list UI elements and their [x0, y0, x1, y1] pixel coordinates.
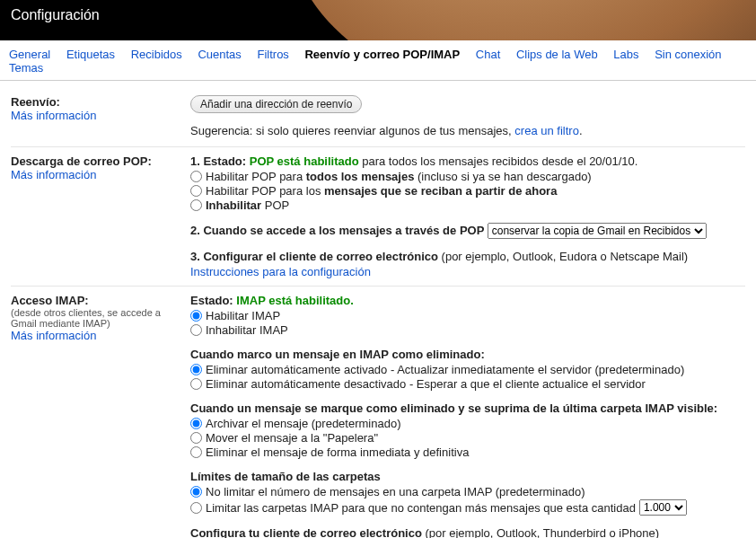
create-filter-link[interactable]: crea un filtro — [514, 124, 579, 137]
imap-config-tail: (por ejemplo, Outlook, Thunderbird o iPh… — [426, 526, 660, 538]
imap-trash-radio[interactable] — [190, 432, 202, 444]
pop-config-label: 3. Configurar el cliente de correo elect… — [190, 250, 442, 263]
tab-recibidos[interactable]: Recibidos — [131, 48, 182, 61]
imap-nolimit-radio[interactable] — [190, 486, 202, 498]
imap-config-label: Configura tu cliente de correo electróni… — [190, 526, 426, 538]
pop-disable-radio[interactable] — [190, 199, 202, 211]
pop-config-instructions-link[interactable]: Instrucciones para la configuración — [190, 265, 371, 278]
settings-body: Reenvío: Más información Añadir una dire… — [0, 81, 756, 538]
imap-more-info[interactable]: Más información — [11, 329, 96, 342]
tab-filtros[interactable]: Filtros — [257, 48, 288, 61]
pop-status-label: 1. Estado: — [190, 154, 250, 168]
imap-limit-radio[interactable] — [190, 502, 202, 514]
forwarding-more-info[interactable]: Más información — [11, 109, 96, 122]
section-pop: Descarga de correo POP: Más información … — [11, 147, 745, 287]
tab-cuentas[interactable]: Cuentas — [198, 48, 241, 61]
pop-when-access-label: 2. Cuando se accede a los mensajes a tra… — [190, 224, 488, 237]
pop-status-tail: para todos los mensajes recibidos desde … — [359, 154, 638, 168]
tab-reenvio-pop-imap[interactable]: Reenvío y correo POP/IMAP — [304, 48, 460, 61]
header-bar: Configuración — [0, 0, 756, 40]
imap-enable-radio[interactable] — [190, 310, 202, 322]
imap-status-label: Estado: — [190, 294, 236, 307]
imap-disable-radio[interactable] — [190, 324, 202, 336]
imap-status-value: IMAP está habilitado. — [236, 294, 354, 307]
imap-archive-radio[interactable] — [190, 418, 202, 429]
settings-tabs: General Etiquetas Recibidos Cuentas Filt… — [0, 40, 756, 81]
section-imap: Acceso IMAP: (desde otros clientes, se a… — [11, 287, 745, 538]
tab-labs[interactable]: Labs — [613, 48, 638, 61]
tab-general[interactable]: General — [9, 48, 50, 61]
imap-size-limits-label: Límites de tamaño de las carpetas — [190, 470, 745, 483]
imap-autodel-off-radio[interactable] — [190, 378, 202, 390]
imap-subtitle: (desde otros clientes, se accede a Gmail… — [11, 307, 180, 329]
pop-config-tail: (por ejemplo, Outlook, Eudora o Netscape… — [442, 250, 689, 263]
imap-mark-deleted-label: Cuando marco un mensaje en IMAP como eli… — [190, 348, 745, 361]
tab-etiquetas[interactable]: Etiquetas — [66, 48, 115, 61]
imap-title: Acceso IMAP: — [11, 294, 180, 307]
tab-chat[interactable]: Chat — [476, 48, 500, 61]
tab-temas[interactable]: Temas — [9, 61, 43, 75]
pop-enable-new-radio[interactable] — [190, 185, 202, 197]
imap-autodel-on-radio[interactable] — [190, 364, 202, 375]
imap-delete-permanent-radio[interactable] — [190, 446, 202, 458]
planet-decor — [289, 0, 756, 40]
tab-sin-conexion[interactable]: Sin conexión — [655, 48, 721, 61]
add-forwarding-address-button[interactable]: Añadir una dirección de reenvío — [190, 95, 362, 113]
pop-status-value: POP está habilitado — [250, 154, 359, 168]
section-forwarding: Reenvío: Más información Añadir una dire… — [11, 88, 745, 147]
pop-action-select[interactable]: conservar la copia de Gmail en Recibidos — [488, 223, 707, 239]
forwarding-title: Reenvío: — [11, 95, 180, 109]
pop-title: Descarga de correo POP: — [11, 154, 180, 168]
pop-enable-all-radio[interactable] — [190, 171, 202, 182]
tab-clips[interactable]: Clips de la Web — [516, 48, 598, 61]
imap-last-visible-label: Cuando un mensaje se marque como elimina… — [190, 401, 745, 415]
forwarding-hint: Sugerencia: si solo quieres reenviar alg… — [190, 124, 745, 137]
imap-limit-select[interactable]: 1.000 — [639, 499, 687, 516]
pop-more-info[interactable]: Más información — [11, 168, 96, 181]
